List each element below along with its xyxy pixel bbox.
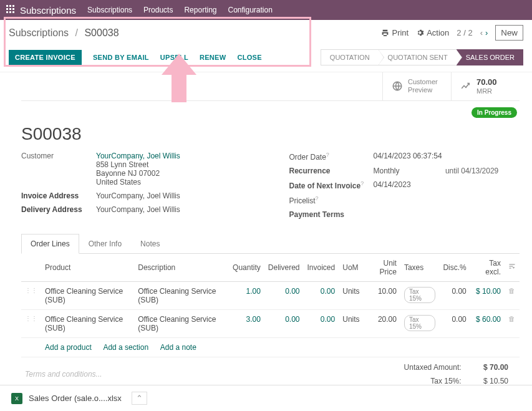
add-product-link[interactable]: Add a product	[45, 343, 92, 352]
send-email-button[interactable]: SEND BY EMAIL	[93, 54, 149, 61]
tab-other-info[interactable]: Other Info	[79, 234, 131, 253]
nav-item-reporting[interactable]: Reporting	[184, 6, 216, 14]
detail-columns: Customer YourCompany, Joel Willis 858 Ly…	[21, 152, 520, 224]
order-lines-table: Product Description Quantity Delivered I…	[21, 254, 520, 357]
table-row[interactable]: ⋮⋮ Office Cleaning Service (SUB) Office …	[21, 309, 520, 337]
col-quantity: Quantity	[229, 254, 264, 282]
svg-rect-2	[12, 5, 14, 7]
tab-notes[interactable]: Notes	[131, 234, 169, 253]
nav-item-products[interactable]: Products	[143, 6, 173, 14]
delete-row-icon[interactable]: 🗑	[505, 281, 520, 309]
field-customer: YourCompany, Joel Willis 858 Lynn Street…	[96, 152, 252, 186]
delete-row-icon[interactable]: 🗑	[505, 309, 520, 337]
label-next-invoice: Date of Next Invoice?	[289, 180, 374, 190]
new-button[interactable]: New	[495, 25, 523, 41]
col-product: Product	[41, 254, 134, 282]
tabs: Order Lines Other Info Notes	[21, 234, 520, 254]
label-recurrence: Recurrence	[289, 167, 374, 175]
label-pricelist: Pricelist?	[289, 195, 374, 205]
page-title: S00038	[21, 124, 520, 144]
breadcrumb-bar: Subscriptions / S00038 Print Action 2 / …	[0, 20, 532, 46]
help-icon[interactable]: ?	[360, 180, 364, 186]
svg-rect-5	[12, 8, 14, 10]
breadcrumb-root[interactable]: Subscriptions	[9, 27, 69, 38]
download-bar: X Sales Order (sale.o....xlsx ⌃	[0, 385, 532, 411]
col-delivered: Delivered	[264, 254, 304, 282]
detail-col-left: Customer YourCompany, Joel Willis 858 Ly…	[21, 152, 252, 224]
content: Customer Preview 70.00 MRR In Progress S…	[0, 72, 532, 411]
col-disc: Disc.%	[439, 254, 470, 282]
action-button[interactable]: Action	[416, 28, 449, 37]
col-description: Description	[134, 254, 229, 282]
svg-rect-8	[12, 11, 14, 13]
label-payment-terms: Payment Terms	[289, 210, 374, 219]
pager-text: 2 / 2	[457, 28, 472, 37]
pager-prev-icon[interactable]: ‹	[480, 28, 483, 37]
tab-order-lines[interactable]: Order Lines	[21, 234, 79, 254]
label-delivery-address: Delivery Address	[21, 205, 96, 214]
col-tax-excl: Tax excl.	[470, 254, 505, 282]
col-unit-price: Unit Price	[364, 254, 400, 282]
add-note-link[interactable]: Add a note	[160, 343, 196, 352]
breadcrumb-current: S00038	[84, 27, 118, 38]
label-customer: Customer	[21, 152, 96, 186]
table-header-row: Product Description Quantity Delivered I…	[21, 254, 520, 282]
app-name[interactable]: Subscriptions	[20, 5, 76, 16]
annotation-arrow-icon	[162, 54, 196, 104]
status-badge: In Progress	[472, 107, 517, 118]
pager-next-icon[interactable]: ›	[485, 28, 488, 37]
detail-col-right: Order Date? 04/14/2023 06:37:54 Recurren…	[289, 152, 520, 224]
drag-handle-icon[interactable]: ⋮⋮	[21, 309, 41, 337]
stage-quotation-sent[interactable]: QUOTATION SENT	[379, 49, 457, 65]
drag-handle-icon[interactable]: ⋮⋮	[21, 281, 41, 309]
breadcrumb: Subscriptions / S00038	[9, 27, 119, 39]
stage-quotation[interactable]: QUOTATION	[321, 49, 379, 65]
close-button[interactable]: CLOSE	[237, 54, 261, 61]
create-invoice-button[interactable]: CREATE INVOICE	[9, 50, 82, 65]
renew-button[interactable]: RENEW	[200, 54, 226, 61]
help-icon[interactable]: ?	[316, 195, 319, 201]
label-order-date: Order Date?	[289, 152, 374, 162]
svg-marker-9	[162, 54, 196, 102]
svg-rect-7	[9, 11, 11, 13]
label-invoice-address: Invoice Address	[21, 191, 96, 200]
action-bar: CREATE INVOICE SEND BY EMAIL UPSELL RENE…	[0, 46, 532, 72]
field-order-date: 04/14/2023 06:37:54	[374, 152, 520, 162]
pager-arrows: ‹ ›	[480, 28, 488, 37]
customer-preview-button[interactable]: Customer Preview	[382, 72, 451, 100]
stat-bar: Customer Preview 70.00 MRR	[21, 72, 520, 101]
apps-grid-icon[interactable]	[6, 5, 15, 16]
download-chevron-icon[interactable]: ⌃	[132, 392, 147, 405]
help-icon[interactable]: ?	[326, 152, 329, 158]
top-nav: Subscriptions Subscriptions Products Rep…	[0, 0, 532, 20]
svg-rect-0	[6, 5, 8, 7]
chart-line-icon	[460, 80, 472, 92]
stage-sales-order[interactable]: SALES ORDER	[457, 49, 523, 65]
field-delivery-address[interactable]: YourCompany, Joel Willis	[96, 205, 252, 214]
add-row: Add a product Add a section Add a note	[41, 337, 520, 357]
add-section-link[interactable]: Add a section	[103, 343, 148, 352]
excel-icon: X	[11, 393, 22, 404]
field-next-invoice: 04/14/2023	[374, 180, 520, 190]
columns-settings-icon	[508, 263, 516, 270]
col-uom: UoM	[339, 254, 363, 282]
nav-item-configuration[interactable]: Configuration	[228, 6, 272, 14]
mrr-button[interactable]: 70.00 MRR	[451, 72, 520, 100]
status-row: In Progress	[21, 101, 520, 124]
tax-pill[interactable]: Tax 15%	[404, 287, 435, 303]
stage-bar: QUOTATION QUOTATION SENT SALES ORDER	[321, 49, 523, 65]
globe-icon	[392, 80, 403, 92]
tax-pill[interactable]: Tax 15%	[404, 315, 435, 331]
col-invoiced: Invoiced	[304, 254, 339, 282]
field-invoice-address[interactable]: YourCompany, Joel Willis	[96, 191, 252, 200]
breadcrumb-separator: /	[75, 27, 78, 38]
table-row[interactable]: ⋮⋮ Office Cleaning Service (SUB) Office …	[21, 281, 520, 309]
nav-item-subscriptions[interactable]: Subscriptions	[87, 6, 132, 14]
gear-icon	[416, 29, 424, 37]
svg-rect-1	[9, 5, 11, 7]
action-buttons: CREATE INVOICE SEND BY EMAIL UPSELL RENE…	[9, 50, 262, 65]
col-settings[interactable]	[505, 254, 520, 282]
print-button[interactable]: Print	[381, 28, 409, 37]
download-filename[interactable]: Sales Order (sale.o....xlsx	[29, 394, 122, 403]
customer-link[interactable]: YourCompany, Joel Willis	[96, 152, 180, 160]
